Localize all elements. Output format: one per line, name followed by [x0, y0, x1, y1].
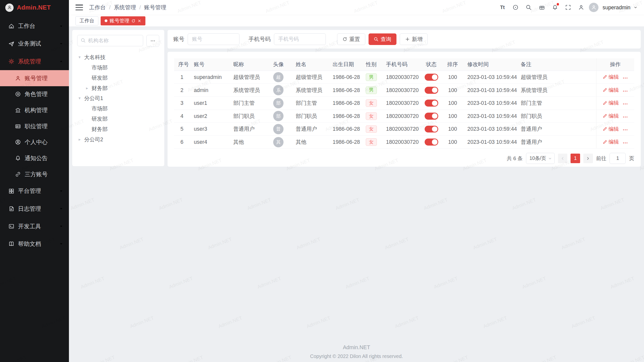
- reset-button[interactable]: 重置: [337, 33, 365, 45]
- sidebar-item-business-test[interactable]: 业务测试: [0, 35, 69, 53]
- link-icon: [15, 171, 21, 177]
- edit-button[interactable]: 编辑: [602, 125, 619, 132]
- tree-node[interactable]: 分公司2: [77, 134, 159, 145]
- fullscreen-icon[interactable]: [563, 2, 573, 13]
- status-toggle[interactable]: [425, 113, 438, 120]
- chevron-down-icon[interactable]: [634, 6, 637, 9]
- sidebar-item-notice[interactable]: 通知公告: [0, 150, 69, 166]
- phone-input[interactable]: [274, 33, 326, 45]
- account-input[interactable]: [188, 33, 239, 45]
- goto-page-input[interactable]: [610, 153, 626, 164]
- bell-icon: [15, 155, 21, 161]
- font-size-icon[interactable]: [497, 2, 508, 13]
- profile-icon[interactable]: [576, 2, 586, 13]
- next-page-button[interactable]: [583, 154, 593, 163]
- edit-button[interactable]: 编辑: [602, 99, 619, 106]
- tree-node[interactable]: 分公司1: [77, 93, 159, 104]
- tree-node[interactable]: 财务部: [85, 83, 159, 93]
- gender-tag: 女: [366, 138, 377, 146]
- caret-collapsed-icon[interactable]: [85, 86, 90, 90]
- cell-phone: 18020030720: [382, 110, 420, 123]
- caret-collapsed-icon[interactable]: [77, 137, 82, 142]
- tree-node[interactable]: 市场部: [85, 62, 159, 73]
- edit-button[interactable]: 编辑: [602, 73, 619, 80]
- sidebar-item-personal-center[interactable]: 个人中心: [0, 134, 69, 150]
- col-sort: 排序: [442, 58, 463, 71]
- col-nickname: 昵称: [229, 58, 265, 71]
- theme-icon[interactable]: [537, 2, 547, 13]
- cell-remark: 系统管理员: [517, 84, 596, 97]
- search-icon[interactable]: [523, 2, 534, 13]
- edit-button[interactable]: 编辑: [602, 138, 619, 145]
- cell-sort: 100: [442, 135, 463, 149]
- language-icon[interactable]: [510, 2, 521, 13]
- tree-node[interactable]: 市场部: [85, 104, 159, 114]
- tab-workbench[interactable]: 工作台: [75, 16, 98, 25]
- plus-icon: [405, 37, 410, 42]
- sidebar-item-position-management[interactable]: 职位管理: [0, 118, 69, 134]
- status-toggle[interactable]: [425, 126, 438, 133]
- edit-button[interactable]: 编辑: [602, 86, 619, 94]
- status-toggle[interactable]: [425, 74, 438, 81]
- sidebar-item-workbench[interactable]: 工作台: [0, 17, 69, 35]
- caret-expanded-icon[interactable]: [77, 55, 82, 60]
- prev-page-button[interactable]: [558, 154, 568, 163]
- add-button[interactable]: 新增: [400, 33, 428, 45]
- cell-modified: 2023-01-03 10:59:44: [463, 84, 517, 97]
- sidebar-item-third-party-account[interactable]: 三方账号: [0, 166, 69, 182]
- cell-index: 2: [174, 84, 190, 97]
- tree-node[interactable]: 研发部: [85, 114, 159, 124]
- sidebar-item-system-management[interactable]: 系统管理: [0, 53, 69, 70]
- status-toggle[interactable]: [425, 100, 438, 107]
- status-toggle[interactable]: [425, 139, 438, 146]
- cell-account: admin: [190, 84, 229, 97]
- caret-expanded-icon[interactable]: [77, 96, 82, 101]
- cell-nickname: 部门主管: [229, 97, 265, 110]
- row-more-button[interactable]: [622, 75, 628, 81]
- cell-name: 系统管理员: [292, 84, 329, 97]
- cell-index: 3: [174, 97, 190, 110]
- chevron-down-icon: [59, 207, 63, 211]
- user-avatar[interactable]: [589, 3, 598, 12]
- status-toggle[interactable]: [425, 87, 438, 94]
- sidebar-item-org-management[interactable]: 机构管理: [0, 102, 69, 118]
- sidebar-item-help-docs[interactable]: 帮助文档: [0, 235, 69, 253]
- gender-tag: 女: [366, 125, 377, 133]
- hamburger-menu-icon[interactable]: [75, 5, 83, 10]
- org-search-input[interactable]: [77, 35, 143, 47]
- refresh-icon[interactable]: [131, 19, 135, 23]
- search-button[interactable]: 查询: [369, 33, 396, 45]
- breadcrumb-system[interactable]: 系统管理: [114, 4, 136, 11]
- tab-account-management[interactable]: 账号管理: [101, 16, 145, 25]
- row-more-button[interactable]: [622, 88, 628, 94]
- chevron-right-icon: [586, 157, 590, 160]
- table-row: 3 user1 部门主管 部 部门主管 1986-06-28 女 1802003…: [174, 97, 634, 110]
- active-tab-dot-icon: [105, 19, 107, 22]
- tree-node[interactable]: 大名科技: [77, 52, 159, 63]
- row-more-button[interactable]: [622, 140, 628, 146]
- sidebar-item-log-management[interactable]: 日志管理: [0, 200, 69, 217]
- sidebar-item-account-management[interactable]: 账号管理: [0, 70, 69, 86]
- top-bar: 工作台 / 系统管理 / 账号管理: [69, 0, 644, 15]
- brand-logo-icon: [5, 4, 14, 12]
- cell-index: 5: [174, 123, 190, 136]
- tree-more-button[interactable]: [146, 35, 159, 47]
- row-more-button[interactable]: [622, 101, 628, 107]
- notification-bell-icon[interactable]: [550, 2, 560, 13]
- row-more-button[interactable]: [622, 127, 628, 133]
- username[interactable]: superadmin: [602, 5, 630, 11]
- page-size-select[interactable]: 10条/页: [526, 153, 555, 164]
- row-more-button[interactable]: [622, 114, 628, 120]
- tree-node[interactable]: 财务部: [85, 124, 159, 134]
- sidebar-item-dev-tools[interactable]: 开发工具: [0, 217, 69, 235]
- breadcrumb-workbench[interactable]: 工作台: [89, 4, 106, 11]
- sidebar-submenu-system: 账号管理 角色管理 机构管理 职位管理 个人中心: [0, 70, 69, 182]
- table-row: 1 superadmin 超级管理员 超 超级管理员 1986-06-28 男 …: [174, 71, 634, 84]
- close-icon[interactable]: [137, 19, 141, 23]
- edit-button[interactable]: 编辑: [602, 112, 619, 119]
- sidebar-item-platform-management[interactable]: 平台管理: [0, 182, 69, 200]
- tree-node[interactable]: 研发部: [85, 73, 159, 83]
- cell-sort: 100: [442, 84, 463, 97]
- page-number-button[interactable]: 1: [571, 154, 580, 163]
- sidebar-item-role-management[interactable]: 角色管理: [0, 86, 69, 102]
